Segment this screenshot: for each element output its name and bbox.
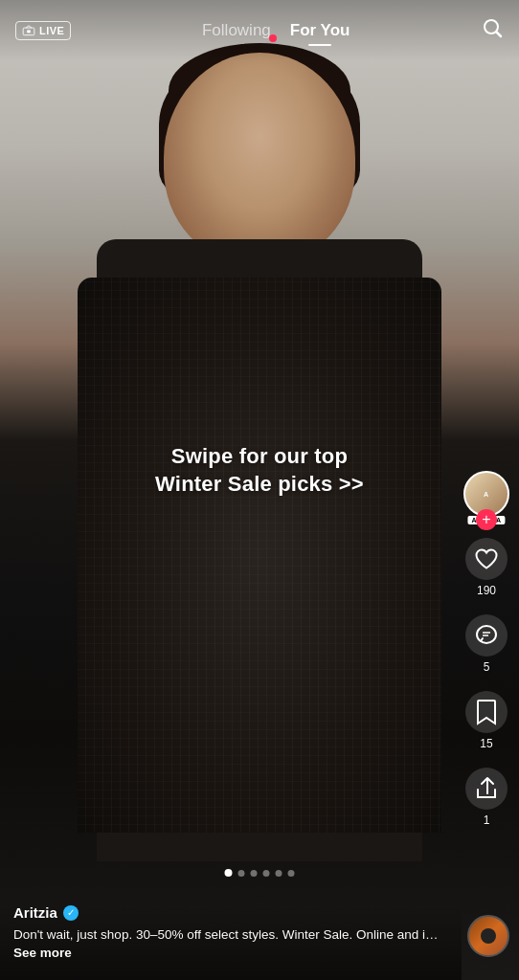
right-action-bar: A ARITZIA + 190 <box>463 471 509 827</box>
svg-point-4 <box>477 626 496 643</box>
notification-dot <box>269 34 277 42</box>
comment-icon <box>474 623 499 648</box>
dot-2 <box>238 870 245 877</box>
caption-text: Don't wait, just shop. 30–50% off select… <box>13 926 448 963</box>
check-mark: ✓ <box>67 907 75 918</box>
dot-6 <box>288 870 295 877</box>
plus-icon: + <box>482 511 490 528</box>
search-button[interactable] <box>481 16 504 45</box>
dot-4 <box>263 870 270 877</box>
share-count: 1 <box>484 813 490 827</box>
comment-icon-container <box>465 614 508 657</box>
see-more-button[interactable]: See more <box>13 946 72 960</box>
bookmark-count: 15 <box>480 737 492 750</box>
comment-button[interactable]: 5 <box>465 614 508 674</box>
model-face <box>164 53 355 263</box>
like-icon-container <box>465 538 508 580</box>
bottom-info: Aritzia ✓ Don't wait, just shop. 30–50% … <box>0 904 462 980</box>
creator-avatar-wrapper: A ARITZIA + <box>463 471 509 517</box>
caption-body: Don't wait, just shop. 30–50% off select… <box>13 927 439 942</box>
follow-button[interactable]: + <box>476 509 497 530</box>
search-icon <box>481 16 504 39</box>
live-label: LIVE <box>39 25 64 36</box>
tab-following[interactable]: Following <box>202 21 271 39</box>
dot-3 <box>251 870 258 877</box>
svg-line-3 <box>496 33 501 37</box>
sweater-overlay <box>78 278 441 833</box>
cta-line1: Swipe for our top <box>155 442 364 471</box>
creator-avatar-text: A <box>484 491 489 498</box>
bookmark-icon-container <box>465 691 508 733</box>
top-navigation: LIVE Following For You <box>0 0 519 61</box>
share-button[interactable]: 1 <box>465 768 508 827</box>
like-button[interactable]: 190 <box>465 538 508 597</box>
music-disc-center <box>481 928 496 944</box>
share-icon-container <box>465 768 508 810</box>
music-avatar[interactable] <box>467 915 509 957</box>
bookmark-button[interactable]: 15 <box>465 691 508 750</box>
live-button[interactable]: LIVE <box>15 21 71 40</box>
creator-row: Aritzia ✓ <box>13 904 448 921</box>
dots-indicator <box>225 869 295 877</box>
share-icon <box>474 776 499 801</box>
video-feed[interactable]: LIVE Following For You Swipe for our top… <box>0 0 519 980</box>
heart-icon <box>474 547 499 570</box>
like-count: 190 <box>477 584 496 597</box>
comment-count: 5 <box>484 660 490 674</box>
svg-rect-1 <box>27 30 31 33</box>
bookmark-icon <box>476 699 497 725</box>
live-tv-icon <box>22 24 35 37</box>
nav-tabs: Following For You <box>202 21 350 40</box>
cta-line2: Winter Sale picks >> <box>155 471 364 500</box>
following-tab-wrapper: Following <box>202 21 271 40</box>
dot-5 <box>276 870 282 877</box>
dot-1 <box>225 869 233 877</box>
overlay-cta: Swipe for our top Winter Sale picks >> <box>155 442 364 499</box>
creator-handle[interactable]: Aritzia <box>13 904 57 921</box>
verified-icon: ✓ <box>63 905 79 921</box>
tab-for-you[interactable]: For You <box>290 21 350 40</box>
